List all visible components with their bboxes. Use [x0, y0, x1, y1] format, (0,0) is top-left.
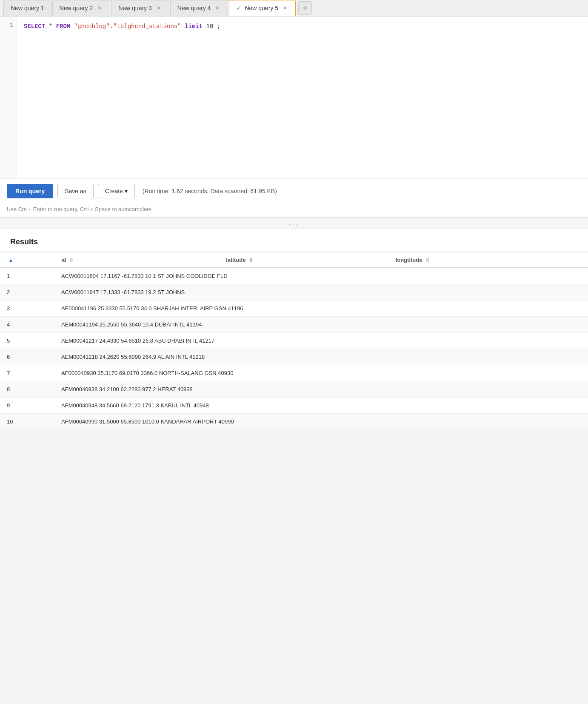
row-id: ACW00011604 17.1167 -61.7833 10.1 ST JOH… — [54, 268, 588, 284]
col-latitude-header[interactable]: latitude ⇅ — [219, 252, 388, 268]
tab-label: New query 1 — [11, 5, 44, 11]
tab-label: New query 2 — [60, 5, 93, 11]
row-number: 6 — [0, 349, 54, 365]
line-number-1: 1 — [3, 22, 13, 29]
col-id-header[interactable]: id ⇅ — [54, 252, 162, 268]
row-number: 10 — [0, 414, 54, 430]
row-number: 9 — [0, 398, 54, 414]
divider-dots-icon: ... — [288, 219, 299, 227]
tab-close-button[interactable]: ✕ — [214, 5, 221, 11]
tabs-container: New query 1New query 2✕New query 3✕New q… — [0, 0, 297, 16]
chevron-down-icon: ▾ — [125, 188, 128, 195]
sort-longitude-icon: ⇅ — [425, 258, 429, 263]
col-spacer-header — [162, 252, 219, 268]
col-id-label: id — [61, 257, 66, 263]
row-number: 5 — [0, 333, 54, 349]
tab-label: New query 5 — [245, 5, 278, 11]
tab-close-button[interactable]: ✕ — [96, 5, 103, 11]
create-button[interactable]: Create ▾ — [98, 184, 135, 198]
sql-table-ref: "ghcnblog"."tblghcnd_stations" — [74, 23, 181, 30]
tab-tab1[interactable]: New query 1 — [3, 0, 51, 16]
resize-divider[interactable]: ... — [0, 217, 588, 229]
tab-tab4[interactable]: New query 4✕ — [170, 0, 228, 16]
row-id: ACW00011647 17.1333 -61.7833 19.2 ST JOH… — [54, 284, 588, 300]
col-longitude-label: longtitude — [396, 257, 422, 263]
line-numbers: 1 — [0, 17, 17, 178]
table-row[interactable]: 6AEM00041218 24.2620 55.6090 264.9 AL AI… — [0, 349, 588, 365]
sort-updown-icon: ⇅ — [69, 258, 73, 263]
table-row[interactable]: 7AF000040930 35.3170 69.0170 3366.0 NORT… — [0, 365, 588, 381]
results-panel: Results ▲ id ⇅ latitude ⇅ longtitude ⇅ — [0, 229, 588, 430]
row-number: 1 — [0, 268, 54, 284]
table-header-row: ▲ id ⇅ latitude ⇅ longtitude ⇅ — [0, 252, 588, 268]
row-id: AEM00041194 25.2550 55.3640 10.4 DUBAI I… — [54, 317, 588, 333]
table-row[interactable]: 4AEM00041194 25.2550 55.3640 10.4 DUBAI … — [0, 317, 588, 333]
tab-label: New query 4 — [177, 5, 211, 11]
results-tbody: 1ACW00011604 17.1167 -61.7833 10.1 ST JO… — [0, 268, 588, 430]
col-sort-header[interactable]: ▲ — [0, 252, 54, 268]
sql-semicolon: ; — [217, 23, 220, 30]
tab-label: New query 3 — [118, 5, 152, 11]
row-number: 2 — [0, 284, 54, 300]
sql-star: * — [49, 23, 56, 30]
row-number: 3 — [0, 300, 54, 317]
row-id: AEM00041217 24.4330 54.6510 26.8 ABU DHA… — [54, 333, 588, 349]
sql-limit-keyword: limit — [185, 23, 203, 30]
toolbar: Run query Save as Create ▾ (Run time: 1.… — [0, 178, 588, 203]
row-id: AFM00040938 34.2100 62.2280 977.2 HERAT … — [54, 381, 588, 398]
run-query-button[interactable]: Run query — [7, 184, 53, 198]
row-number: 4 — [0, 317, 54, 333]
check-icon: ✓ — [236, 5, 241, 11]
editor-container: 1 SELECT * FROM "ghcnblog"."tblghcnd_sta… — [0, 17, 588, 217]
table-row[interactable]: 9AFM00040948 34.5660 69.2120 1791.3 KABU… — [0, 398, 588, 414]
sort-up-icon: ▲ — [9, 258, 13, 263]
row-id: AFM00040948 34.5660 69.2120 1791.3 KABUL… — [54, 398, 588, 414]
tab-tab5[interactable]: ✓New query 5✕ — [229, 0, 296, 16]
sql-limit-value: 10 — [206, 23, 214, 30]
row-id: AE000041196 25.3330 55.5170 34.0 SHARJAH… — [54, 300, 588, 317]
row-id: AF000040930 35.3170 69.0170 3366.0 NORTH… — [54, 365, 588, 381]
tab-close-button[interactable]: ✕ — [282, 5, 288, 11]
editor-area[interactable]: 1 SELECT * FROM "ghcnblog"."tblghcnd_sta… — [0, 17, 588, 178]
row-number: 8 — [0, 381, 54, 398]
table-row[interactable]: 1ACW00011604 17.1167 -61.7833 10.1 ST JO… — [0, 268, 588, 284]
row-id: AEM00041218 24.2620 55.6090 264.9 AL AIN… — [54, 349, 588, 365]
save-as-button[interactable]: Save as — [57, 184, 94, 198]
tab-tab3[interactable]: New query 3✕ — [111, 0, 169, 16]
table-row[interactable]: 5AEM00041217 24.4330 54.6510 26.8 ABU DH… — [0, 333, 588, 349]
sql-select-keyword: SELECT — [24, 23, 45, 30]
tab-close-button[interactable]: ✕ — [155, 5, 162, 11]
row-number: 7 — [0, 365, 54, 381]
hint-text: Use Ctrl + Enter to run query, Ctrl + Sp… — [0, 203, 588, 217]
row-id: AFM00040990 31.5000 65.8500 1010.0 KANDA… — [54, 414, 588, 430]
col-latitude-label: latitude — [226, 257, 245, 263]
col-longitude-header[interactable]: longtitude ⇅ — [389, 252, 588, 268]
code-content[interactable]: SELECT * FROM "ghcnblog"."tblghcnd_stati… — [17, 17, 588, 178]
tab-tab2[interactable]: New query 2✕ — [52, 0, 111, 16]
table-row[interactable]: 3AE000041196 25.3330 55.5170 34.0 SHARJA… — [0, 300, 588, 317]
run-info: (Run time: 1.62 seconds, Data scanned: 6… — [143, 188, 277, 195]
sql-from-keyword: FROM — [56, 23, 71, 30]
create-label: Create — [105, 188, 123, 195]
table-row[interactable]: 10AFM00040990 31.5000 65.8500 1010.0 KAN… — [0, 414, 588, 430]
table-row[interactable]: 8AFM00040938 34.2100 62.2280 977.2 HERAT… — [0, 381, 588, 398]
add-tab-button[interactable]: + — [298, 1, 312, 15]
table-row[interactable]: 2ACW00011647 17.1333 -61.7833 19.2 ST JO… — [0, 284, 588, 300]
tab-bar: New query 1New query 2✕New query 3✕New q… — [0, 0, 588, 17]
results-title: Results — [0, 229, 588, 252]
sort-latitude-icon: ⇅ — [249, 258, 253, 263]
results-table: ▲ id ⇅ latitude ⇅ longtitude ⇅ 1ACW00011… — [0, 252, 588, 430]
